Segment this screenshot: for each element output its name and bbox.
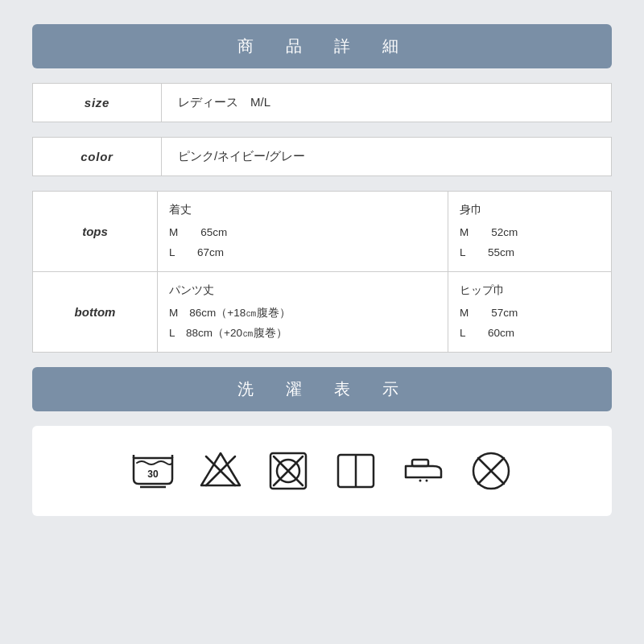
tops-col1-m: M 65cm bbox=[169, 222, 436, 243]
iron-low-icon bbox=[401, 448, 446, 493]
bottom-col1-title: パンツ丈 bbox=[169, 280, 436, 301]
svg-text:30: 30 bbox=[147, 469, 159, 480]
size-table: size レディース M/L bbox=[32, 83, 612, 122]
laundry-header: 洗 濯 表 示 bbox=[32, 367, 612, 411]
tops-col2: 身巾 M 52cm L 55cm bbox=[448, 192, 612, 272]
svg-point-15 bbox=[426, 479, 428, 481]
tops-col2-l: L 55cm bbox=[460, 242, 600, 263]
no-dry-clean-icon bbox=[469, 448, 514, 493]
bottom-col2: ヒップ巾 M 57cm L 60cm bbox=[448, 271, 612, 352]
tops-col1-title: 着丈 bbox=[169, 200, 436, 221]
size-detail-table: tops 着丈 M 65cm L 67cm 身巾 M 52cm L 55cm b… bbox=[32, 191, 612, 353]
tops-col1: 着丈 M 65cm L 67cm bbox=[158, 192, 448, 272]
bottom-col1-m: M 86cm（+18㎝腹巻） bbox=[169, 303, 436, 324]
no-tumble-dry-icon bbox=[266, 448, 311, 493]
wash-30-icon: 30 bbox=[130, 448, 175, 493]
bottom-col2-l: L 60cm bbox=[460, 323, 600, 344]
svg-point-14 bbox=[419, 479, 422, 481]
svg-rect-13 bbox=[412, 460, 428, 466]
tops-col1-l: L 67cm bbox=[169, 242, 436, 263]
color-label: color bbox=[33, 138, 162, 176]
dry-flat-icon bbox=[333, 448, 378, 493]
tops-label: tops bbox=[33, 192, 158, 272]
bottom-col2-m: M 57cm bbox=[460, 303, 600, 324]
tops-col2-title: 身巾 bbox=[460, 200, 600, 221]
bottom-label: bottom bbox=[33, 271, 158, 352]
bottom-col1: パンツ丈 M 86cm（+18㎝腹巻） L 88cm（+20㎝腹巻） bbox=[158, 271, 448, 352]
tops-col2-m: M 52cm bbox=[460, 222, 600, 243]
bottom-col2-title: ヒップ巾 bbox=[460, 280, 600, 301]
product-detail-header: 商 品 詳 細 bbox=[32, 24, 612, 68]
no-bleach-icon bbox=[198, 448, 243, 493]
color-value: ピンク/ネイビー/グレー bbox=[162, 138, 612, 176]
bottom-col1-l: L 88cm（+20㎝腹巻） bbox=[169, 323, 436, 344]
size-label: size bbox=[33, 84, 162, 122]
color-table: color ピンク/ネイビー/グレー bbox=[32, 137, 612, 176]
laundry-icons-section: 30 bbox=[32, 426, 612, 516]
size-value: レディース M/L bbox=[162, 84, 612, 122]
